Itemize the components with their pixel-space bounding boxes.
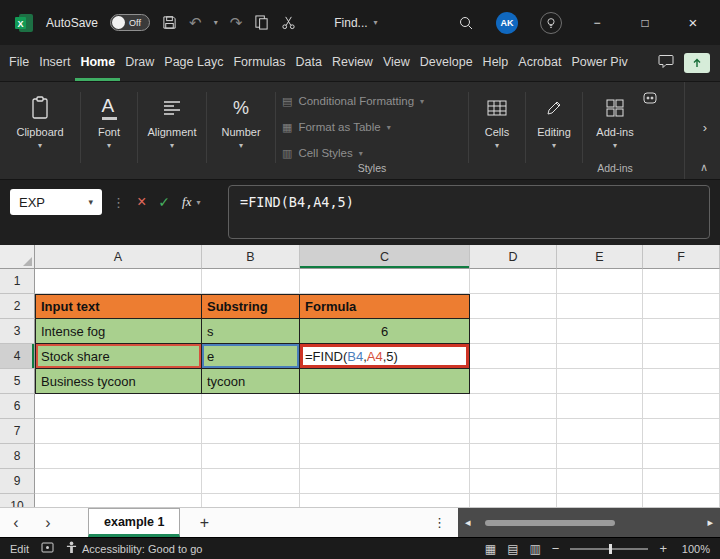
cell-C4[interactable]: =FIND(B4,A4,5) bbox=[300, 344, 470, 369]
account-avatar[interactable]: AK bbox=[496, 12, 518, 34]
menu-tab-power-piv[interactable]: Power Piv bbox=[566, 45, 632, 81]
find-command[interactable]: Find... ▾ bbox=[334, 16, 377, 30]
cell-F8[interactable] bbox=[643, 444, 720, 469]
copilot-icon[interactable] bbox=[642, 90, 658, 110]
cell-B8[interactable] bbox=[202, 444, 300, 469]
minimize-button[interactable]: − bbox=[584, 16, 610, 30]
menu-tab-develope[interactable]: Develope bbox=[415, 45, 478, 81]
cell-C9[interactable] bbox=[300, 469, 470, 494]
cell-A5[interactable]: Business tycoon bbox=[35, 369, 202, 394]
close-button[interactable]: × bbox=[680, 14, 706, 31]
cell-F1[interactable] bbox=[643, 269, 720, 294]
cell-F7[interactable] bbox=[643, 419, 720, 444]
lightbulb-icon[interactable] bbox=[540, 12, 562, 34]
cell-B5[interactable]: tycoon bbox=[202, 369, 300, 394]
cell-C2[interactable]: Formula bbox=[300, 294, 470, 319]
collapse-ribbon-icon[interactable]: ∧ bbox=[700, 161, 708, 174]
zoom-out-button[interactable]: − bbox=[552, 541, 560, 556]
cell-B6[interactable] bbox=[202, 394, 300, 419]
column-header-C[interactable]: C bbox=[300, 245, 470, 269]
zoom-slider-thumb[interactable] bbox=[609, 544, 612, 554]
cell-E7[interactable] bbox=[557, 419, 643, 444]
cell-E4[interactable] bbox=[557, 344, 643, 369]
maximize-button[interactable]: □ bbox=[632, 16, 658, 30]
excel-logo-icon[interactable]: X bbox=[14, 13, 34, 33]
zoom-slider[interactable] bbox=[570, 548, 648, 550]
cell-D6[interactable] bbox=[470, 394, 557, 419]
ribbon-group-alignment[interactable]: Alignment ▾ bbox=[138, 82, 206, 179]
scroll-left-icon[interactable]: ◂ bbox=[465, 516, 471, 529]
menu-tab-view[interactable]: View bbox=[378, 45, 415, 81]
row-header-9[interactable]: 9 bbox=[0, 469, 35, 494]
cell-A8[interactable] bbox=[35, 444, 202, 469]
cell-F3[interactable] bbox=[643, 319, 720, 344]
new-sheet-button[interactable]: + bbox=[180, 508, 228, 537]
normal-view-icon[interactable]: ▦ bbox=[485, 542, 496, 556]
cell-B1[interactable] bbox=[202, 269, 300, 294]
cell-B7[interactable] bbox=[202, 419, 300, 444]
cell-F6[interactable] bbox=[643, 394, 720, 419]
cell-E1[interactable] bbox=[557, 269, 643, 294]
cell-A3[interactable]: Intense fog bbox=[35, 319, 202, 344]
cell-F2[interactable] bbox=[643, 294, 720, 319]
menu-tab-help[interactable]: Help bbox=[478, 45, 514, 81]
cell-C3[interactable]: 6 bbox=[300, 319, 470, 344]
comments-icon[interactable] bbox=[658, 54, 674, 72]
page-layout-view-icon[interactable]: ▤ bbox=[507, 542, 518, 556]
cell-A10[interactable] bbox=[35, 494, 202, 507]
menu-tab-page-layc[interactable]: Page Layc bbox=[159, 45, 228, 81]
cell-D3[interactable] bbox=[470, 319, 557, 344]
cell-F10[interactable] bbox=[643, 494, 720, 507]
menu-tab-home[interactable]: Home bbox=[75, 45, 120, 81]
cell-B3[interactable]: s bbox=[202, 319, 300, 344]
menu-tab-acrobat[interactable]: Acrobat bbox=[513, 45, 566, 81]
sheet-options-icon[interactable]: ⋮ bbox=[421, 508, 458, 537]
sheet-nav-right-icon[interactable]: › bbox=[32, 508, 64, 537]
row-header-6[interactable]: 6 bbox=[0, 394, 35, 419]
cell-D10[interactable] bbox=[470, 494, 557, 507]
formula-input[interactable]: =FIND(B4,A4,5) bbox=[228, 185, 710, 239]
autosave-toggle[interactable]: Off bbox=[110, 14, 150, 31]
ribbon-group-editing[interactable]: Editing ▾ bbox=[526, 82, 582, 179]
cell-E2[interactable] bbox=[557, 294, 643, 319]
name-box[interactable]: EXP ▾ bbox=[10, 189, 102, 215]
cell-E5[interactable] bbox=[557, 369, 643, 394]
ribbon-group-font[interactable]: A Font ▾ bbox=[81, 82, 137, 179]
search-icon[interactable] bbox=[458, 15, 474, 31]
horizontal-scrollbar[interactable]: ◂ ▸ bbox=[458, 508, 720, 537]
cell-C1[interactable] bbox=[300, 269, 470, 294]
formula-bar-handle-icon[interactable]: ⋮ bbox=[112, 195, 125, 210]
cell-D5[interactable] bbox=[470, 369, 557, 394]
select-all-corner[interactable] bbox=[0, 245, 35, 269]
accessibility-status[interactable]: Accessibility: Good to go bbox=[66, 541, 202, 556]
cell-B10[interactable] bbox=[202, 494, 300, 507]
cell-C5[interactable] bbox=[300, 369, 470, 394]
menu-tab-insert[interactable]: Insert bbox=[34, 45, 75, 81]
share-button[interactable] bbox=[684, 53, 710, 73]
cell-D4[interactable] bbox=[470, 344, 557, 369]
column-header-D[interactable]: D bbox=[470, 245, 557, 269]
menu-tab-formulas[interactable]: Formulas bbox=[228, 45, 290, 81]
ribbon-group-addins[interactable]: Add-ins ▾ Add-ins bbox=[583, 82, 647, 179]
cell-B9[interactable] bbox=[202, 469, 300, 494]
cell-E10[interactable] bbox=[557, 494, 643, 507]
zoom-in-button[interactable]: + bbox=[659, 541, 667, 556]
column-header-A[interactable]: A bbox=[35, 245, 202, 269]
column-header-B[interactable]: B bbox=[202, 245, 300, 269]
ribbon-group-clipboard[interactable]: Clipboard ▾ bbox=[0, 82, 80, 179]
menu-tab-data[interactable]: Data bbox=[291, 45, 327, 81]
cell-E3[interactable] bbox=[557, 319, 643, 344]
cell-A7[interactable] bbox=[35, 419, 202, 444]
row-header-1[interactable]: 1 bbox=[0, 269, 35, 294]
cell-A6[interactable] bbox=[35, 394, 202, 419]
zoom-level[interactable]: 100% bbox=[678, 543, 710, 555]
cell-E8[interactable] bbox=[557, 444, 643, 469]
confirm-entry-icon[interactable]: ✓ bbox=[158, 194, 170, 210]
macro-record-icon[interactable] bbox=[41, 542, 54, 555]
cell-D2[interactable] bbox=[470, 294, 557, 319]
ribbon-group-cells[interactable]: Cells ▾ bbox=[469, 82, 525, 179]
cell-F9[interactable] bbox=[643, 469, 720, 494]
row-header-3[interactable]: 3 bbox=[0, 319, 35, 344]
save-icon[interactable] bbox=[162, 15, 177, 30]
insert-function-button[interactable]: fx ▾ bbox=[182, 194, 200, 210]
